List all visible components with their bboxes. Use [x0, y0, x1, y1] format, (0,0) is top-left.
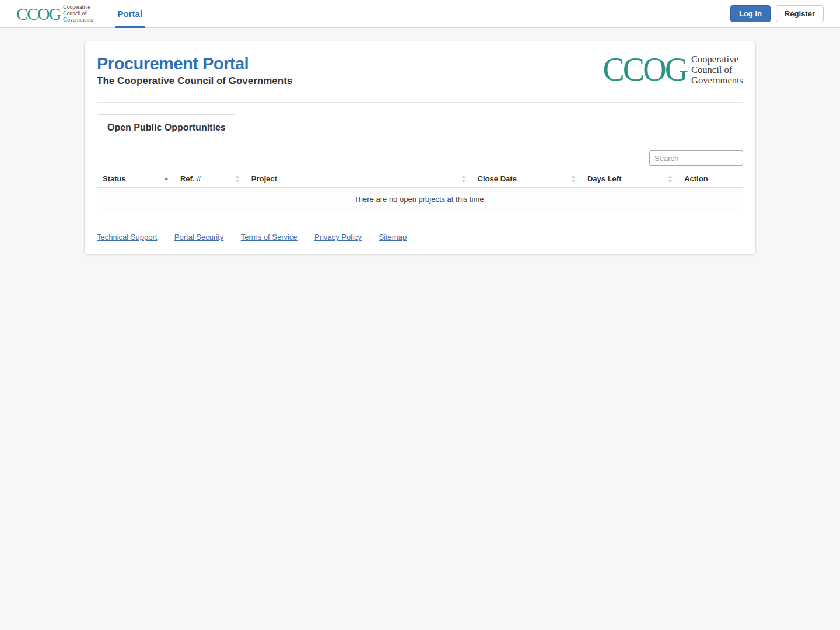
navbar-ccog-logo[interactable]: CCOG Cooperative Council of Governments — [16, 4, 93, 23]
page-subtitle: The Cooperative Council of Governments — [97, 75, 292, 87]
navbar-actions: Log In Register — [730, 5, 824, 22]
top-navbar: CCOG Cooperative Council of Governments … — [0, 0, 840, 28]
card-ccog-logo: CCOG Cooperative Council of Governments — [603, 54, 744, 85]
sort-icon[interactable] — [461, 176, 466, 183]
column-header-close-date[interactable]: Close Date — [472, 171, 582, 188]
register-button[interactable]: Register — [776, 5, 824, 22]
column-header-action: Action — [678, 171, 743, 188]
card-header: Procurement Portal The Cooperative Counc… — [97, 41, 743, 103]
navbar-links: Portal — [116, 0, 145, 28]
column-header-days-left[interactable]: Days Left — [582, 171, 678, 188]
log-in-button[interactable]: Log In — [730, 5, 771, 22]
card-footer: Technical Support Portal Security Terms … — [97, 232, 743, 242]
active-tab-indicator — [116, 26, 145, 28]
column-header-status[interactable]: Status — [97, 171, 174, 188]
sort-icon[interactable] — [164, 177, 169, 180]
opportunities-table: Status Ref. # — [97, 171, 743, 211]
empty-state-row: There are no open projects at this time. — [97, 188, 743, 211]
ccog-logo-tagline: Cooperative Council of Governments — [63, 4, 93, 23]
column-header-ref[interactable]: Ref. # — [174, 171, 246, 188]
ccog-logo-tagline: Cooperative Council of Governments — [691, 54, 743, 85]
portal-security-link[interactable]: Portal Security — [174, 233, 224, 242]
tab-open-public-opportunities[interactable]: Open Public Opportunities — [97, 114, 236, 141]
privacy-policy-link[interactable]: Privacy Policy — [314, 233, 362, 242]
page-title: Procurement Portal — [97, 54, 292, 74]
sort-icon[interactable] — [571, 176, 576, 183]
column-header-project[interactable]: Project — [246, 171, 472, 188]
procurement-portal-card: Procurement Portal The Cooperative Counc… — [84, 41, 756, 255]
sort-icon[interactable] — [668, 176, 673, 183]
table-header-row: Status Ref. # — [97, 171, 743, 188]
sitemap-link[interactable]: Sitemap — [379, 233, 407, 242]
tab-bar: Open Public Opportunities — [97, 114, 743, 141]
sort-icon[interactable] — [235, 176, 240, 183]
nav-link-portal[interactable]: Portal — [116, 0, 145, 28]
search-input[interactable] — [649, 150, 743, 166]
title-block: Procurement Portal The Cooperative Counc… — [97, 54, 292, 87]
empty-state-message: There are no open projects at this time. — [97, 188, 743, 211]
search-row — [97, 150, 743, 166]
terms-of-service-link[interactable]: Terms of Service — [241, 233, 298, 242]
technical-support-link[interactable]: Technical Support — [97, 233, 157, 242]
ccog-logo-acronym: CCOG — [16, 6, 60, 22]
ccog-logo-acronym: CCOG — [603, 56, 687, 84]
